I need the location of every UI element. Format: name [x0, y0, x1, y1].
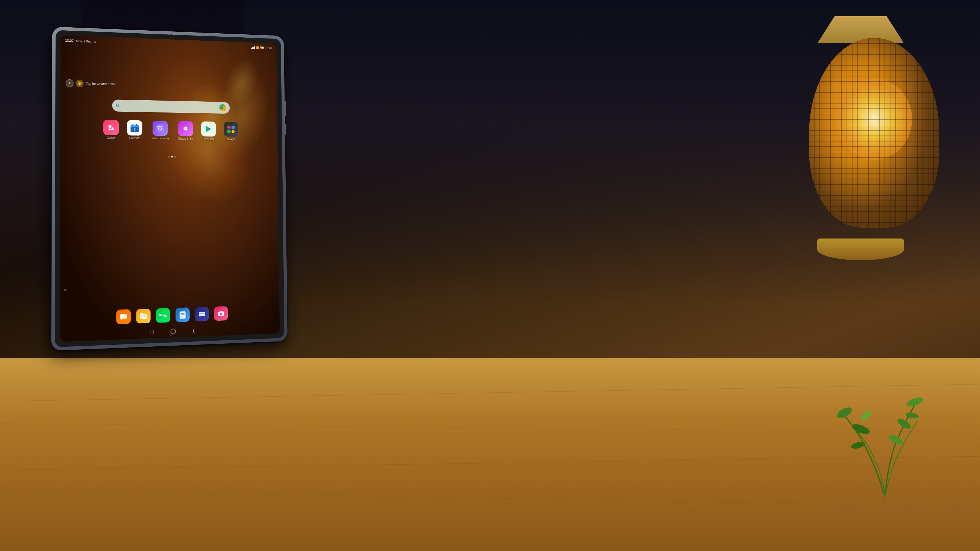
files-icon — [136, 309, 151, 324]
weather-tap-text[interactable]: Tap for weather info — [86, 82, 115, 86]
app-play-store[interactable]: Play Store — [201, 121, 216, 141]
svg-line-32 — [141, 317, 146, 317]
date-display: Mon, 7 Feb — [76, 39, 91, 43]
page-dot-3[interactable] — [174, 156, 176, 157]
screen-bezel: 13:27 Mon, 7 Feb ⚙ 📶 — [55, 30, 285, 347]
google-g-logo: G — [116, 103, 119, 108]
svg-rect-24 — [227, 125, 231, 129]
nav-back-icon[interactable]: ❮ — [192, 328, 195, 333]
play-store-icon — [201, 121, 216, 137]
svg-text:◉◉: ◉◉ — [156, 125, 160, 127]
battery-indicator — [260, 46, 266, 49]
mic-icon[interactable]: 🎤 — [220, 104, 226, 111]
status-right: 📶 77% — [251, 46, 273, 49]
lantern-base — [817, 238, 904, 260]
search-input-area[interactable] — [121, 106, 217, 108]
svg-line-31 — [141, 316, 146, 316]
dock-camera[interactable] — [214, 306, 228, 321]
weather-widget[interactable]: + ☀️ Tap for weather info — [66, 79, 115, 88]
svg-point-22 — [183, 126, 188, 132]
galaxy-store-icon — [178, 121, 193, 137]
svg-point-0 — [835, 405, 854, 420]
lantern-body — [809, 38, 939, 228]
svg-point-2 — [905, 396, 924, 408]
game-launcher-label: Game Launcher — [151, 137, 170, 140]
svg-rect-34 — [180, 311, 186, 319]
dock-samsung-notes[interactable] — [175, 307, 189, 322]
calendar-icon: 7 — [127, 120, 142, 135]
status-left: 13:27 Mon, 7 Feb ⚙ — [65, 39, 97, 44]
google-label: Google — [227, 138, 235, 141]
app-game-launcher[interactable]: ◉◉ Game Launcher — [151, 121, 170, 140]
app-gallery[interactable]: Gallery — [103, 120, 119, 139]
time-display: 13:27 — [65, 39, 74, 43]
phone-icon — [156, 308, 170, 323]
calendar-label: Calendar — [129, 137, 140, 140]
svg-point-3 — [896, 416, 912, 431]
lantern — [795, 16, 958, 260]
samsung-pay-icon — [195, 307, 209, 321]
game-launcher-icon: ◉◉ — [153, 121, 168, 136]
galaxy-store-label: Galaxy Store — [178, 137, 193, 140]
app-google[interactable]: Google — [223, 122, 238, 141]
settings-icon[interactable]: ⚙ — [94, 40, 96, 43]
app-galaxy-store[interactable]: Galaxy Store — [178, 121, 193, 140]
app-calendar[interactable]: 7 Calendar — [127, 120, 142, 140]
gallery-label: Gallery — [107, 137, 116, 140]
google-icon — [223, 122, 238, 137]
svg-rect-28 — [120, 314, 127, 319]
svg-point-6 — [860, 410, 873, 421]
svg-rect-14 — [136, 124, 137, 126]
tablet[interactable]: 13:27 Mon, 7 Feb ⚙ 📶 — [51, 27, 288, 351]
tablet-frame: 13:27 Mon, 7 Feb ⚙ 📶 — [51, 27, 288, 351]
volume-button[interactable] — [285, 124, 286, 135]
weather-sun-icon: ☀️ — [76, 79, 84, 87]
nav-home-icon[interactable] — [170, 328, 176, 334]
lantern-grid — [809, 38, 939, 228]
gallery-icon — [103, 120, 119, 135]
camera-icon — [214, 306, 228, 321]
svg-point-1 — [850, 422, 871, 436]
svg-rect-13 — [133, 124, 134, 126]
battery-percent: 77% — [267, 47, 273, 49]
plants — [790, 361, 980, 497]
svg-rect-25 — [231, 126, 235, 129]
svg-rect-26 — [227, 130, 231, 133]
nav-recents-icon[interactable]: ||| — [150, 330, 154, 334]
tablet-screen[interactable]: 13:27 Mon, 7 Feb ⚙ 📶 — [60, 35, 280, 342]
dock-samsung-pay[interactable] — [195, 307, 209, 321]
edit-icon[interactable]: ✏ — [64, 288, 67, 292]
signal-icon — [251, 46, 255, 49]
dock-messages[interactable] — [116, 309, 131, 324]
wifi-icon: 📶 — [256, 46, 259, 49]
dock-files[interactable] — [136, 309, 151, 324]
weather-add-button[interactable]: + — [66, 79, 73, 87]
google-search-bar[interactable]: G 🎤 — [112, 100, 230, 114]
samsung-notes-icon — [175, 307, 189, 322]
svg-rect-30 — [140, 313, 143, 316]
messages-icon — [116, 309, 131, 324]
page-dot-1[interactable] — [169, 156, 170, 157]
svg-rect-11 — [131, 126, 139, 127]
power-button[interactable] — [284, 101, 286, 116]
app-row-1: Gallery 7 — [60, 119, 277, 141]
page-dot-2[interactable] — [171, 156, 173, 157]
svg-point-5 — [887, 433, 905, 446]
page-indicators — [169, 156, 176, 157]
svg-rect-27 — [231, 130, 235, 133]
play-store-label: Play Store — [202, 137, 215, 140]
svg-point-8 — [108, 125, 111, 128]
svg-text:7: 7 — [134, 128, 135, 131]
dock-phone[interactable] — [156, 308, 170, 323]
svg-rect-40 — [200, 314, 202, 316]
